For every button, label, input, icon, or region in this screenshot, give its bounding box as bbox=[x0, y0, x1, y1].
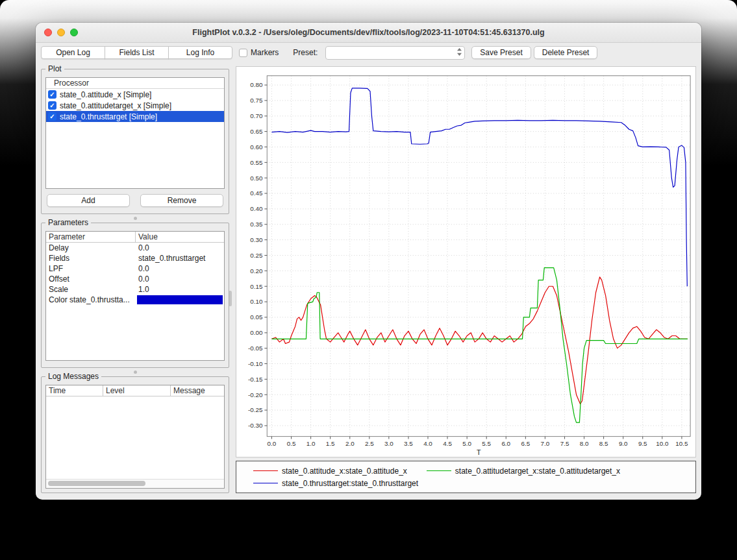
open-log-button[interactable]: Open Log bbox=[41, 46, 105, 59]
param-value: 0.0 bbox=[136, 243, 224, 253]
legend-item: state_0.thrusttarget:state_0.thrusttarge… bbox=[253, 479, 418, 488]
table-row[interactable]: LPF 0.0 bbox=[46, 263, 224, 274]
table-row[interactable]: Delay 0.0 bbox=[46, 243, 224, 253]
markers-checkbox[interactable] bbox=[239, 49, 247, 57]
svg-text:0.75: 0.75 bbox=[250, 97, 263, 104]
preset-combobox[interactable] bbox=[325, 46, 465, 60]
legend-item: state_0.attitudetarget_x:state_0.attitud… bbox=[427, 467, 620, 476]
table-row[interactable]: Scale 1.0 bbox=[46, 284, 224, 295]
table-row[interactable]: Color state_0.thrustta... bbox=[46, 295, 224, 305]
parameters-group-title: Parameters bbox=[45, 218, 91, 227]
svg-text:3.5: 3.5 bbox=[404, 440, 413, 447]
maximize-button[interactable] bbox=[70, 29, 78, 36]
legend-label: state_0.attitudetarget_x:state_0.attitud… bbox=[455, 467, 620, 476]
parameters-group: Parameters Parameter Value Delay 0.0 Fie… bbox=[41, 223, 229, 368]
param-value: 1.0 bbox=[136, 284, 224, 295]
svg-text:0.05: 0.05 bbox=[250, 313, 263, 321]
legend-item: state_0.attitude_x:state_0.attitude_x bbox=[253, 467, 407, 476]
list-item-label: state_0.thrusttarget [Simple] bbox=[60, 112, 157, 121]
log-messages-body bbox=[46, 396, 224, 479]
list-item[interactable]: state_0.attitudetarget_x [Simple] bbox=[46, 100, 224, 111]
legend-label: state_0.thrusttarget:state_0.thrusttarge… bbox=[282, 479, 418, 488]
add-button[interactable]: Add bbox=[47, 194, 130, 207]
svg-text:T: T bbox=[477, 448, 481, 456]
svg-text:0.10: 0.10 bbox=[250, 298, 263, 306]
param-color-swatch[interactable] bbox=[137, 295, 223, 304]
flight-chart[interactable]: 0.00.51.01.52.02.53.03.54.04.55.05.56.06… bbox=[236, 67, 695, 457]
legend-line-sample bbox=[253, 470, 278, 471]
log-messages-group-title: Log Messages bbox=[45, 372, 101, 381]
svg-text:2.0: 2.0 bbox=[345, 440, 355, 447]
left-panel: Plot Processor state_0.attitude_x [Simpl… bbox=[41, 66, 229, 493]
svg-text:0.55: 0.55 bbox=[250, 159, 263, 166]
svg-text:10.0: 10.0 bbox=[656, 440, 669, 447]
svg-text:4.0: 4.0 bbox=[423, 440, 432, 447]
svg-text:9.5: 9.5 bbox=[638, 440, 647, 447]
chart-legend: state_0.attitude_x:state_0.attitude_x st… bbox=[236, 461, 696, 493]
processor-list[interactable]: Processor state_0.attitude_x [Simple] st… bbox=[45, 77, 225, 189]
legend-row: state_0.thrusttarget:state_0.thrusttarge… bbox=[253, 477, 690, 489]
param-value: 0.0 bbox=[136, 274, 224, 284]
preset-label: Preset: bbox=[293, 48, 318, 57]
svg-text:5.5: 5.5 bbox=[482, 440, 491, 447]
svg-text:1.0: 1.0 bbox=[306, 440, 316, 447]
svg-text:10.5: 10.5 bbox=[675, 440, 688, 447]
parameters-table[interactable]: Parameter Value Delay 0.0 Fields state_0… bbox=[45, 231, 225, 361]
svg-text:-0.10: -0.10 bbox=[248, 360, 263, 367]
checkbox-icon[interactable] bbox=[48, 101, 56, 110]
svg-text:6.0: 6.0 bbox=[501, 440, 510, 447]
combo-stepper-icon bbox=[456, 47, 462, 58]
svg-text:0.70: 0.70 bbox=[250, 112, 263, 119]
titlebar[interactable]: FlightPlot v.0.3.2 - /Users/oleg/Documen… bbox=[36, 23, 701, 43]
parameters-col-parameter: Parameter bbox=[46, 232, 136, 242]
legend-line-sample bbox=[427, 470, 451, 471]
legend-label: state_0.attitude_x:state_0.attitude_x bbox=[282, 467, 407, 476]
svg-text:0.50: 0.50 bbox=[250, 175, 263, 182]
svg-text:-0.25: -0.25 bbox=[248, 406, 263, 413]
parameters-header-row: Parameter Value bbox=[46, 232, 224, 243]
svg-text:4.5: 4.5 bbox=[443, 440, 452, 447]
table-row[interactable]: Fields state_0.thrusttarget bbox=[46, 253, 224, 263]
plot-buttons: Add Remove bbox=[45, 194, 225, 207]
horizontal-scrollbar[interactable] bbox=[46, 479, 224, 488]
remove-button[interactable]: Remove bbox=[140, 194, 223, 207]
processor-list-header: Processor bbox=[46, 78, 224, 89]
table-row[interactable]: Offset 0.0 bbox=[46, 274, 224, 284]
log-messages-table[interactable]: Time Level Message bbox=[45, 385, 225, 489]
screen-background: FlightPlot v.0.3.2 - /Users/oleg/Documen… bbox=[0, 0, 737, 560]
delete-preset-button[interactable]: Delete Preset bbox=[534, 46, 598, 59]
svg-text:0.45: 0.45 bbox=[250, 189, 263, 197]
window-title: FlightPlot v.0.3.2 - /Users/oleg/Documen… bbox=[36, 23, 701, 42]
log-col-time: Time bbox=[46, 385, 103, 396]
svg-text:0.00: 0.00 bbox=[250, 329, 263, 336]
log-info-button[interactable]: Log Info bbox=[168, 46, 232, 59]
plot-group: Plot Processor state_0.attitude_x [Simpl… bbox=[41, 69, 229, 214]
param-value: 0.0 bbox=[136, 263, 224, 274]
log-col-message: Message bbox=[171, 385, 224, 396]
close-button[interactable] bbox=[44, 29, 52, 36]
fields-list-button[interactable]: Fields List bbox=[105, 46, 169, 59]
minimize-button[interactable] bbox=[57, 29, 65, 36]
svg-text:1.5: 1.5 bbox=[326, 440, 335, 447]
list-item-label: state_0.attitudetarget_x [Simple] bbox=[60, 101, 171, 110]
svg-text:0.40: 0.40 bbox=[250, 205, 263, 212]
list-item-selected[interactable]: state_0.thrusttarget [Simple] bbox=[46, 111, 224, 122]
list-item[interactable]: state_0.attitude_x [Simple] bbox=[46, 89, 224, 100]
svg-text:7.5: 7.5 bbox=[560, 440, 569, 447]
svg-text:8.0: 8.0 bbox=[580, 440, 589, 447]
scrollbar-thumb[interactable] bbox=[48, 481, 145, 486]
svg-text:7.0: 7.0 bbox=[541, 440, 550, 447]
checkbox-icon[interactable] bbox=[48, 90, 56, 99]
param-name: Fields bbox=[46, 253, 136, 263]
save-preset-button[interactable]: Save Preset bbox=[471, 46, 531, 59]
checkbox-icon[interactable] bbox=[48, 112, 56, 121]
svg-text:9.0: 9.0 bbox=[619, 440, 628, 447]
log-col-level: Level bbox=[103, 385, 171, 396]
svg-text:0.80: 0.80 bbox=[250, 81, 263, 88]
traffic-lights bbox=[44, 29, 78, 36]
svg-text:6.5: 6.5 bbox=[521, 440, 531, 447]
svg-text:0.65: 0.65 bbox=[250, 128, 263, 135]
param-value: state_0.thrusttarget bbox=[136, 253, 224, 263]
svg-text:-0.05: -0.05 bbox=[248, 345, 263, 352]
chart-plot-area[interactable]: 0.00.51.01.52.02.53.03.54.04.55.05.56.06… bbox=[236, 66, 696, 457]
